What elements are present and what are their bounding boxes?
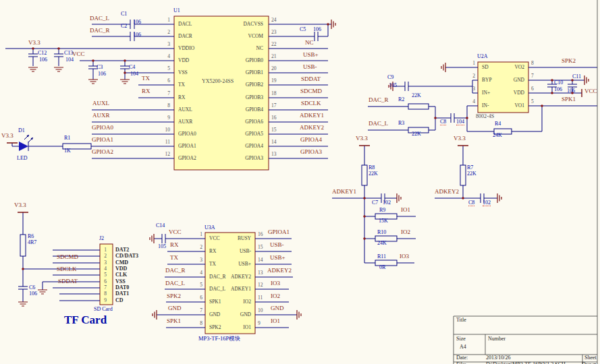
titleblock-date-value: 2013/10/26 [486, 355, 510, 361]
pin-number: 6 [531, 86, 534, 92]
pin-name: VO2 [495, 65, 524, 70]
pin-name: VDD [495, 90, 524, 96]
net-label: V3.3 [28, 40, 40, 46]
pin-number: 20 [271, 66, 277, 71]
net-label: GPIOA4 [300, 137, 322, 143]
pin-name: IN+ [482, 90, 490, 96]
pin-number: 1 [456, 61, 475, 66]
designator-label: C1 [121, 11, 127, 17]
designator-label: LED [17, 156, 28, 161]
designator-label: U2A [477, 54, 488, 59]
pin-name: IN- [482, 103, 489, 109]
pin-name: RX [178, 95, 185, 100]
net-label: V3.3 [14, 202, 26, 208]
designator-label: R8 [369, 165, 375, 171]
net-label: GPIOA3 [300, 149, 322, 155]
pin-number: 7 [101, 285, 109, 291]
designator-label: C2 [121, 24, 127, 29]
pin-name: IO1 [216, 325, 251, 330]
net-label: SPK2 [562, 58, 576, 64]
designator-label: 102 [383, 200, 391, 206]
designator-label: R3 [398, 121, 404, 126]
designator-label: U3A [204, 225, 215, 231]
pin-name: CLK [115, 272, 127, 278]
net-label: RX [142, 88, 151, 94]
pin-number: 2 [151, 30, 170, 35]
designator-label: C5 [300, 27, 306, 32]
led-symbol [19, 135, 33, 151]
designator-label: J2 [99, 236, 104, 241]
designator-label: C7 [372, 200, 378, 206]
net-label: IO3 [400, 253, 409, 260]
pin-number: 1 [184, 232, 202, 237]
net-label: GPIOA2 [92, 149, 113, 155]
net-label: ADKEY1 [332, 189, 356, 195]
pin-name: VDD [178, 58, 189, 63]
tf-card-title: TF Card [64, 314, 107, 326]
titleblock-date-label: Date: [456, 355, 468, 361]
net-label: DAC_L [369, 121, 388, 127]
pin-number: 14 [258, 257, 263, 263]
net-label: DAC_L [165, 280, 185, 286]
pin-number: 7 [184, 308, 202, 313]
pin-name: GPIOB2 [227, 82, 263, 88]
net-label: SDCMD [300, 88, 322, 94]
pin-number: 1 [151, 18, 170, 23]
designator-label: R2 [398, 97, 404, 102]
designator-label: 24K [377, 241, 387, 246]
net-label: DAC_R [369, 97, 389, 103]
resistor-r8 [362, 165, 367, 185]
pin-name: CMD [115, 260, 128, 266]
designator-label: 0R [379, 265, 385, 270]
net-label: ADKEY1 [300, 113, 324, 119]
titleblock-number-label: Number [488, 336, 506, 342]
pin-number: 14 [271, 140, 277, 145]
designator-label: C12 [38, 51, 47, 56]
pin-name: ADKEY2 [216, 274, 251, 280]
net-label: SPK2 [167, 293, 181, 299]
designator-label: C11 [572, 74, 581, 80]
pin-name: USB+ [216, 262, 251, 267]
pin-number: 16 [258, 232, 263, 237]
pin-name: GPIOA2 [178, 156, 196, 161]
net-label: SDCLK [301, 100, 321, 107]
net-label: TX [142, 75, 150, 82]
pin-name: DAT2 [115, 247, 129, 253]
pin-name: DAT0 [115, 285, 129, 291]
designator-label: R6 [28, 234, 34, 239]
net-label: SPK1 [167, 318, 181, 324]
pin-number: 5 [531, 99, 534, 104]
pin-name: GPIOA5 [227, 131, 263, 137]
net-label: RX [170, 242, 179, 248]
designator-label: 22K [467, 171, 476, 177]
pin-number: 3 [101, 260, 109, 266]
pin-name: RX [209, 249, 216, 254]
pin-name: GPIOB1 [227, 70, 263, 75]
pin-number: 8 [101, 291, 109, 297]
net-label: TX [170, 255, 178, 261]
designator-label: R10 [377, 230, 386, 235]
pin-name: VO1 [495, 103, 524, 109]
designator-label: 104 [130, 71, 138, 77]
designator-label: 105 [389, 83, 397, 88]
pin-number: 8 [151, 103, 170, 109]
net-label: USB- [303, 64, 317, 70]
net-label: DAC_R [165, 268, 186, 274]
designator-label: 104 [456, 119, 464, 125]
designator-label: R4 [495, 121, 501, 127]
designator-label: 106 [39, 57, 47, 63]
pin-name: GPIOB4 [227, 107, 263, 113]
designator-label: R7 [467, 165, 473, 171]
pin-number: 15 [271, 127, 277, 133]
pin-number: 15 [258, 245, 263, 250]
resistor-r2 [408, 104, 429, 109]
pin-name: SD [482, 65, 489, 70]
pin-name: TX [178, 82, 185, 88]
pin-name: USB- [216, 249, 251, 254]
designator-label: 1K [64, 148, 71, 154]
net-label: IO3 [271, 280, 280, 286]
pin-number: 11 [151, 140, 170, 145]
designator-label: C14 [156, 223, 165, 229]
net-label: SDCLK [57, 266, 77, 272]
designator-label: C8 [440, 119, 446, 125]
